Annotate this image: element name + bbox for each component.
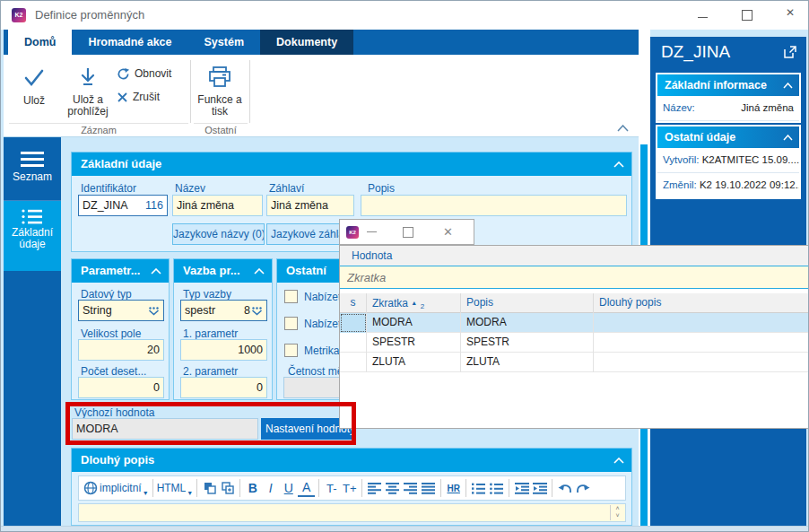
tab-hromadne-akce[interactable]: Hromadné akce	[72, 30, 187, 55]
binding-type-size: 8	[244, 301, 250, 320]
left-sidebar: Seznam Základní údaje	[4, 137, 61, 526]
collapse-icon[interactable]	[783, 83, 793, 89]
toolbar-separator	[239, 479, 240, 497]
horizontal-rule-button[interactable]: HR	[445, 478, 462, 498]
column-header-dlouhy-popis[interactable]: Dlouhý popis	[594, 293, 809, 313]
checkbox-nabizet-2[interactable]	[284, 317, 298, 330]
app-window: K2 Definice proměnných ✕ Domů Hromadné a…	[0, 0, 809, 532]
chevron-down-icon: ▼	[143, 490, 149, 498]
decimals-field[interactable]: 0	[78, 377, 164, 398]
indent-button[interactable]	[531, 478, 548, 498]
long-description-textarea[interactable]: ˄˅	[78, 503, 626, 522]
popup-maximize-icon[interactable]	[403, 227, 413, 238]
description-field[interactable]	[361, 195, 627, 216]
outdent-button[interactable]	[513, 478, 530, 498]
align-right-button[interactable]	[402, 478, 419, 498]
popup-window: Hodnota s Zkratka ▲ 2 Popis Dlouhý popis…	[339, 245, 809, 429]
language-names-button[interactable]: Jazykové názvy (0)	[172, 223, 265, 245]
popup-title-bar: K2 ✕	[339, 219, 474, 245]
popup-filter-input[interactable]	[340, 266, 809, 289]
column-header-popis[interactable]: Popis	[461, 293, 594, 313]
param1-field[interactable]: 1000	[180, 339, 267, 361]
decimals-label: Počet deset...	[81, 365, 146, 378]
binding-type-dropdown[interactable]: spestr 8	[180, 300, 267, 321]
tab-domu[interactable]: Domů	[8, 30, 72, 55]
font-color-button[interactable]: A	[298, 479, 315, 497]
ribbon-separator	[190, 60, 191, 123]
sidebar-item-zakladni-udaje[interactable]: Základní údaje	[4, 201, 61, 271]
bullet-list-button[interactable]	[488, 478, 505, 498]
collapse-icon[interactable]	[613, 458, 624, 464]
save-and-view-button[interactable]: Ulož a prohlížej	[61, 60, 115, 126]
tab-dokumenty[interactable]: Dokumenty	[260, 30, 353, 55]
row-selector-cell[interactable]	[340, 313, 367, 333]
name-field[interactable]: Jiná změna	[172, 195, 263, 216]
section-header: Ostatní údaje	[657, 126, 799, 148]
language-selector[interactable]: implicitní▼	[100, 478, 149, 498]
functions-print-button[interactable]: Funkce a tisk	[194, 60, 246, 126]
ordered-list-button[interactable]	[470, 478, 487, 498]
column-header-zkratka[interactable]: Zkratka ▲ 2	[367, 293, 461, 313]
section-header: Základní informace	[657, 74, 799, 96]
panel-header: Parametr...	[72, 259, 169, 283]
popup-minimize-icon[interactable]	[367, 231, 377, 232]
font-smaller-button[interactable]: T-	[323, 478, 340, 498]
section-basic-info: Základní informace Název: Jiná změna	[656, 73, 801, 123]
checkbox-metrika[interactable]	[284, 344, 298, 357]
font-larger-button[interactable]: T+	[341, 478, 358, 498]
ribbon-collapse-icon[interactable]	[617, 125, 629, 132]
collapse-icon[interactable]	[783, 135, 793, 141]
close-button[interactable]: ✕	[776, 6, 805, 24]
richtext-toolbar: implicitní▼ HTML▼ B I U A T- T+ HR	[78, 475, 626, 501]
maximize-button[interactable]	[733, 6, 761, 24]
panel-dlouhy-popis: Dlouhý popis implicitní▼ HTML▼ B I U A T…	[71, 448, 632, 526]
toolbar-separator	[552, 479, 552, 497]
column-header-s[interactable]: s	[340, 293, 367, 313]
sort-asc-icon: ▲	[411, 300, 417, 306]
table-row[interactable]: MODRA MODRA	[340, 313, 809, 333]
collapse-icon[interactable]	[151, 268, 161, 275]
align-justify-button[interactable]	[420, 478, 437, 498]
row-selector-cell[interactable]	[340, 353, 367, 372]
align-left-button[interactable]	[366, 478, 383, 498]
popup-close-icon[interactable]: ✕	[443, 225, 453, 239]
section-body: Název: Jiná změna	[657, 96, 799, 121]
panel-header: Základní údaje	[72, 153, 631, 176]
checkbox-nabizet-1[interactable]	[284, 290, 298, 303]
collapse-icon[interactable]	[254, 268, 265, 275]
tab-system[interactable]: Systém	[188, 30, 260, 55]
field-size-field[interactable]: 20	[78, 339, 164, 361]
paste-button[interactable]	[219, 478, 236, 498]
globe-icon[interactable]	[82, 478, 99, 498]
undo-button[interactable]	[556, 478, 573, 498]
toolbar-separator	[361, 479, 362, 497]
cancel-button[interactable]: Zrušit	[117, 87, 188, 107]
default-value-label: Výchozí hodnota	[74, 406, 154, 419]
spinner-control[interactable]: ˄˅	[610, 505, 624, 520]
italic-button[interactable]: I	[262, 478, 279, 498]
sidebar-item-seznam[interactable]: Seznam	[4, 144, 61, 201]
minimize-button[interactable]	[688, 6, 717, 24]
table-row[interactable]: SPESTR SPESTR	[340, 333, 809, 353]
x-icon	[117, 92, 128, 103]
open-external-icon[interactable]	[783, 45, 797, 59]
save-button[interactable]: Ulož	[9, 60, 59, 126]
bold-button[interactable]: B	[244, 478, 261, 498]
underline-button[interactable]: U	[280, 478, 297, 498]
identifier-field[interactable]: DZ_JINA 116	[78, 195, 168, 216]
table-row[interactable]: ZLUTA ZLUTA	[340, 353, 809, 372]
datatype-dropdown[interactable]: String	[78, 300, 164, 321]
default-value-field[interactable]: MODRA	[72, 418, 258, 440]
align-center-button[interactable]	[384, 478, 401, 498]
redo-button[interactable]	[574, 478, 591, 498]
copy-button[interactable]	[201, 478, 218, 498]
param2-field[interactable]: 0	[180, 377, 267, 398]
title-bar: K2 Definice proměnných ✕	[1, 1, 808, 30]
row-selector-cell[interactable]	[340, 333, 367, 353]
refresh-button[interactable]: Obnovit	[117, 64, 188, 83]
html-selector[interactable]: HTML▼	[157, 478, 194, 498]
collapse-icon[interactable]	[613, 161, 624, 168]
binding-type-label: Typ vazby	[183, 288, 231, 301]
maximize-icon	[742, 10, 752, 21]
heading-field[interactable]: Jiná změna	[266, 195, 354, 216]
